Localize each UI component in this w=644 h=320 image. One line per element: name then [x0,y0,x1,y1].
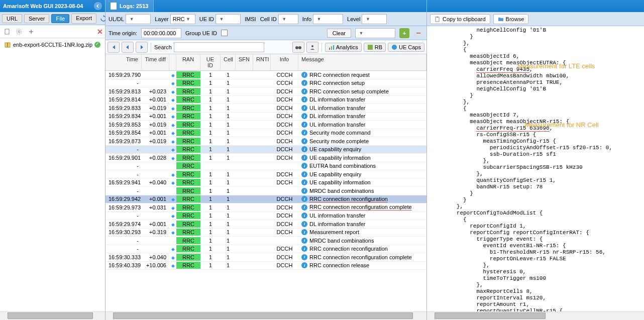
info-combo[interactable]: ▼ [313,14,343,24]
table-row[interactable]: -RRCiEUTRA band combinations [105,162,426,171]
nav-prev-button[interactable] [122,42,134,53]
gear-icon [16,28,23,35]
left-scrollbar[interactable] [0,311,105,320]
find-user-button[interactable] [292,42,304,53]
uldl-combo[interactable]: ▼ [126,14,151,24]
find-next-button[interactable] [306,42,318,53]
add-button[interactable]: + [399,28,409,38]
tab-file[interactable]: File [51,14,69,23]
first-icon [111,44,117,50]
cellid-combo[interactable]: ▼ [278,14,298,24]
col-msg[interactable]: Message [298,54,426,70]
person-icon [309,44,316,51]
col-rnti[interactable]: RNTI [253,54,271,70]
table-row[interactable]: 16:59:30.333+0.040◆RRC11DCCHiRRC connect… [105,253,426,262]
table-row[interactable]: 16:59:29.854+0.001◆RRC11DCCHiSecurity mo… [105,129,426,138]
tab-server[interactable]: Server [24,14,49,23]
gear-button[interactable] [14,27,24,37]
left-header: Amarisoft Web GUI 2023-08-04 [0,0,105,12]
collapse-button[interactable] [94,2,102,10]
table-row[interactable]: -RRC11iMRDC band combinations [105,187,426,195]
layer-label: Layer [155,16,169,22]
tab-url[interactable]: URL [2,14,22,23]
remove-button[interactable]: − [413,28,423,38]
nav-first-button[interactable] [108,42,120,53]
col-cell[interactable]: Cell [221,54,236,70]
table-row[interactable]: 16:59:29.974+0.001◆RRC11DCCHiDL informat… [105,220,426,229]
chevron-left-icon [95,4,100,9]
table-row[interactable]: -◆RRC11CCCHiRRC connection setup [105,79,426,88]
file-name: enb-export-6CCLTE-1NR.log.zip [13,42,92,48]
svg-point-2 [17,29,22,34]
center-header: Logs: 2513 [105,0,426,12]
nav-next-button[interactable] [136,42,148,53]
grid-body: 16:59:29.790◆RRC11CCCHiRRC connection re… [105,71,426,270]
browse-button[interactable]: Browse [493,14,529,24]
col-sfn[interactable]: SFN [236,54,253,70]
col-time[interactable]: Time [105,54,142,70]
table-row[interactable]: 16:59:40.339+10.006◆RRC11DCCHiRRC connec… [105,262,426,270]
table-row[interactable]: -◆RRC11DCCHiUE capability enquiry [105,170,426,179]
imsi-label: IMSI [245,16,256,22]
table-row[interactable]: -◆RRC11DCCHiUL information transfer [105,212,426,221]
right-scrollbar[interactable] [427,311,644,320]
origin-bar: Time origin: Group UE ID Clear ▼ + − [105,26,426,40]
table-row[interactable]: -RRC11iMRDC band combinations [105,237,426,245]
ueid-label: UE ID [199,16,214,22]
table-row[interactable]: 16:59:29.901+0.028◆RRC11DCCHiUE capabili… [105,154,426,162]
search-label: Search [154,44,172,50]
copy-button[interactable]: Copy to clipboard [430,14,490,24]
close-file-button[interactable]: ✕ [97,28,103,36]
col-diff[interactable]: Time diff [142,54,169,70]
level-combo[interactable]: ▼ [362,14,387,24]
group-checkbox[interactable] [221,30,228,36]
table-row[interactable]: -◆RRC11DCCHiUE capability enquiry [105,146,426,154]
origin-input[interactable] [141,28,181,38]
svg-rect-13 [436,17,439,22]
table-row[interactable]: 16:59:29.814+0.001◆RRC11DCCHiDL informat… [105,96,426,104]
table-row[interactable]: 16:59:29.834+0.001◆RRC11DCCHiDL informat… [105,113,426,121]
new-file-button[interactable] [2,27,12,37]
table-row[interactable]: 16:59:29.853+0.019◆RRC11DCCHiUL informat… [105,121,426,129]
table-row[interactable]: 16:59:30.293+0.319◆RRC11DCCHiMeasurement… [105,229,426,237]
col-info[interactable]: Info [271,54,298,70]
svg-rect-9 [331,46,332,50]
cellid-label: Cell ID [260,16,277,22]
clear-button[interactable]: Clear [327,29,351,38]
info-label: Info [302,16,311,22]
analytics-button[interactable]: Analytics [325,43,362,52]
table-row[interactable]: 16:59:29.973+0.031◆RRC11DCCHiRRC connect… [105,203,426,212]
table-row[interactable]: 16:59:29.790◆RRC11CCCHiRRC connection re… [105,71,426,79]
page-icon [4,28,11,35]
uecaps-button[interactable]: UE Caps [388,43,424,52]
search-input[interactable] [174,42,264,52]
chart-icon [329,44,335,50]
col-dir[interactable] [169,54,176,70]
folder-icon [498,16,504,22]
table-row[interactable]: 16:59:29.873+0.019◆RRC11DCCHiSecurity mo… [105,137,426,146]
export-button[interactable]: Export [71,14,96,24]
table-row[interactable]: 16:59:29.813+0.023◆RRC11DCCHiRRC connect… [105,87,426,96]
table-row[interactable]: 16:59:29.942+0.001◆RRC11DCCHiRRC connect… [105,195,426,204]
rb-button[interactable]: RB [364,43,386,52]
clear-combo[interactable]: ▼ [355,28,395,38]
center-scrollbar[interactable] [105,311,426,320]
table-row[interactable]: 16:59:29.941+0.040◆RRC11DCCHiUE capabili… [105,179,426,187]
col-ueid[interactable]: UE ID [200,54,221,70]
layer-combo[interactable]: RRC▼ [170,14,195,24]
grid-header: Time Time diff RAN UE ID Cell SFN RNTI I… [105,54,426,71]
plus-icon [28,28,35,35]
tab-logs[interactable]: Logs: 2513 [105,0,154,12]
level-label: Level [347,16,360,22]
file-item[interactable]: enb-export-6CCLTE-1NR.log.zip [2,40,103,49]
add-file-button[interactable] [26,27,36,37]
svg-rect-4 [7,43,8,47]
table-row[interactable]: -◆RRC11DCCHiRRC connection reconfigurati… [105,245,426,254]
file-list: enb-export-6CCLTE-1NR.log.zip [0,38,105,311]
detail-body[interactable]: neighCellConfig '01'B } }, { measObjectI… [427,26,644,311]
filter-bar: UL/DL▼ LayerRRC▼ UE ID▼ IMSI Cell ID▼ In… [105,12,426,26]
table-row[interactable]: 16:59:29.833+0.019◆RRC11DCCHiUL informat… [105,104,426,113]
col-ran[interactable]: RAN [176,54,200,70]
ueid-combo[interactable]: ▼ [216,14,241,24]
right-toolbar: Copy to clipboard Browse [427,12,644,26]
